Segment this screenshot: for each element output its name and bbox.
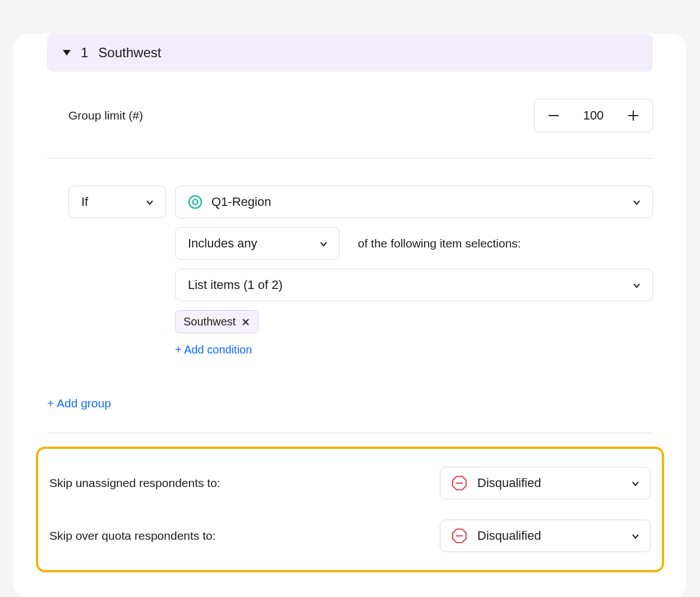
skip-unassigned-row: Skip unassigned respondents to: Disquali… xyxy=(49,462,651,504)
skip-overquota-row: Skip over quota respondents to: Disquali… xyxy=(49,515,651,557)
disqualified-icon xyxy=(452,475,467,491)
logic-operator-select[interactable]: If xyxy=(68,186,166,218)
question-select[interactable]: Q1-Region xyxy=(175,186,653,218)
radio-icon xyxy=(188,195,202,209)
divider xyxy=(47,433,653,433)
skip-unassigned-value: Disqualified xyxy=(477,476,541,490)
stepper-decrement-button[interactable] xyxy=(545,107,563,125)
chip-row: Southwest xyxy=(175,310,653,333)
close-icon xyxy=(241,318,250,327)
svg-point-3 xyxy=(189,196,201,208)
add-condition-row: + Add condition xyxy=(175,333,653,356)
disqualified-icon xyxy=(452,528,467,544)
skip-overquota-label: Skip over quota respondents to: xyxy=(49,529,216,543)
condition-row-3: List items (1 of 2) xyxy=(175,269,653,301)
condition-block: If Q1-Region xyxy=(47,186,653,356)
comparison-select[interactable]: Includes any xyxy=(175,227,340,260)
skip-overquota-value: Disqualified xyxy=(477,529,541,543)
group-body: Group limit (#) 100 If xyxy=(13,99,687,433)
logic-operator-label: If xyxy=(81,195,88,209)
quota-card: 1 Southwest Group limit (#) 100 If xyxy=(13,34,687,597)
minus-icon xyxy=(547,109,560,122)
group-limit-row: Group limit (#) 100 xyxy=(47,99,653,132)
list-items-select[interactable]: List items (1 of 2) xyxy=(175,269,653,301)
comparison-label: Includes any xyxy=(188,236,257,251)
chip-label: Southwest xyxy=(183,315,236,328)
add-condition-link[interactable]: + Add condition xyxy=(175,343,252,356)
chevron-down-icon xyxy=(632,198,640,206)
stepper-increment-button[interactable] xyxy=(624,107,642,125)
svg-point-4 xyxy=(193,200,198,205)
selection-chip: Southwest xyxy=(175,310,259,333)
chevron-down-icon xyxy=(632,281,640,289)
divider xyxy=(47,158,653,159)
skip-section: Skip unassigned respondents to: Disquali… xyxy=(36,447,664,572)
group-limit-stepper: 100 xyxy=(534,99,653,132)
group-number: 1 xyxy=(81,45,88,61)
caret-down-icon xyxy=(63,50,71,56)
skip-overquota-select[interactable]: Disqualified xyxy=(440,520,651,552)
condition-row-2: Includes any of the following item selec… xyxy=(175,227,653,260)
group-header[interactable]: 1 Southwest xyxy=(47,34,653,72)
chevron-down-icon xyxy=(631,479,639,487)
list-items-label: List items (1 of 2) xyxy=(188,278,283,292)
chip-remove-button[interactable] xyxy=(241,318,250,327)
chevron-down-icon xyxy=(631,532,639,540)
skip-unassigned-select[interactable]: Disqualified xyxy=(440,467,651,499)
condition-row-1: If Q1-Region xyxy=(68,186,653,218)
group-limit-label: Group limit (#) xyxy=(68,109,143,122)
of-text: of the following item selections: xyxy=(358,237,521,250)
chevron-down-icon xyxy=(145,198,153,206)
skip-unassigned-label: Skip unassigned respondents to: xyxy=(49,476,220,490)
add-group-link[interactable]: + Add group xyxy=(47,397,111,410)
question-label: Q1-Region xyxy=(211,195,271,209)
stepper-value: 100 xyxy=(578,108,609,123)
plus-icon xyxy=(627,109,639,122)
chevron-down-icon xyxy=(319,240,327,247)
group-title: Southwest xyxy=(98,45,161,61)
